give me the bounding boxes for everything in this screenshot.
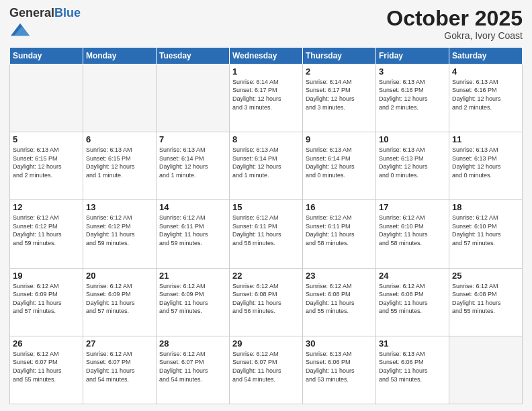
calendar: SundayMondayTuesdayWednesdayThursdayFrid… (9, 47, 523, 404)
day-number: 1 (232, 66, 300, 77)
location: Gokra, Ivory Coast (386, 30, 523, 41)
day-number: 19 (13, 271, 80, 281)
day-cell: 28Sunrise: 6:12 AM Sunset: 6:07 PM Dayli… (157, 336, 230, 404)
day-detail: Sunrise: 6:12 AM Sunset: 6:09 PM Dayligh… (13, 282, 80, 316)
day-number: 18 (452, 202, 519, 212)
day-detail: Sunrise: 6:12 AM Sunset: 6:08 PM Dayligh… (379, 282, 446, 316)
day-cell: 29Sunrise: 6:12 AM Sunset: 6:07 PM Dayli… (230, 336, 303, 404)
day-cell: 14Sunrise: 6:12 AM Sunset: 6:11 PM Dayli… (157, 200, 230, 268)
day-cell: 8Sunrise: 6:13 AM Sunset: 6:14 PM Daylig… (230, 132, 303, 200)
day-number: 16 (306, 202, 373, 212)
weekday-thursday: Thursday (303, 47, 376, 64)
day-detail: Sunrise: 6:14 AM Sunset: 6:17 PM Dayligh… (232, 78, 300, 111)
week-row-1: 1Sunrise: 6:14 AM Sunset: 6:17 PM Daylig… (10, 64, 523, 132)
day-detail: Sunrise: 6:12 AM Sunset: 6:12 PM Dayligh… (13, 214, 80, 247)
day-cell: 17Sunrise: 6:12 AM Sunset: 6:10 PM Dayli… (376, 200, 449, 268)
day-cell: 15Sunrise: 6:12 AM Sunset: 6:11 PM Dayli… (230, 200, 303, 268)
weekday-saturday: Saturday (449, 47, 523, 64)
logo-blue: Blue (54, 6, 81, 19)
day-detail: Sunrise: 6:12 AM Sunset: 6:10 PM Dayligh… (452, 214, 519, 247)
day-detail: Sunrise: 6:12 AM Sunset: 6:11 PM Dayligh… (159, 214, 226, 247)
day-number: 10 (379, 134, 446, 144)
day-number: 22 (232, 271, 300, 281)
day-number: 20 (86, 271, 153, 281)
day-detail: Sunrise: 6:12 AM Sunset: 6:11 PM Dayligh… (306, 214, 373, 247)
day-detail: Sunrise: 6:12 AM Sunset: 6:11 PM Dayligh… (232, 214, 300, 247)
day-detail: Sunrise: 6:12 AM Sunset: 6:07 PM Dayligh… (232, 350, 300, 383)
day-detail: Sunrise: 6:14 AM Sunset: 6:17 PM Dayligh… (306, 78, 373, 111)
day-detail: Sunrise: 6:12 AM Sunset: 6:10 PM Dayligh… (379, 214, 446, 247)
day-number: 5 (13, 134, 80, 144)
day-detail: Sunrise: 6:13 AM Sunset: 6:14 PM Dayligh… (306, 146, 373, 179)
day-number: 4 (452, 66, 519, 77)
day-number: 31 (379, 338, 446, 349)
day-detail: Sunrise: 6:13 AM Sunset: 6:13 PM Dayligh… (452, 146, 519, 179)
day-cell: 16Sunrise: 6:12 AM Sunset: 6:11 PM Dayli… (303, 200, 376, 268)
day-cell: 5Sunrise: 6:13 AM Sunset: 6:15 PM Daylig… (10, 132, 83, 200)
weekday-sunday: Sunday (10, 47, 83, 64)
day-number: 29 (232, 338, 300, 349)
day-number: 12 (13, 202, 80, 212)
day-detail: Sunrise: 6:12 AM Sunset: 6:07 PM Dayligh… (13, 350, 80, 383)
day-cell: 9Sunrise: 6:13 AM Sunset: 6:14 PM Daylig… (303, 132, 376, 200)
day-number: 17 (379, 202, 446, 212)
day-detail: Sunrise: 6:12 AM Sunset: 6:08 PM Dayligh… (306, 282, 373, 316)
weekday-friday: Friday (376, 47, 449, 64)
week-row-2: 5Sunrise: 6:13 AM Sunset: 6:15 PM Daylig… (10, 132, 523, 200)
day-detail: Sunrise: 6:13 AM Sunset: 6:13 PM Dayligh… (379, 146, 446, 179)
day-number: 3 (379, 66, 446, 77)
day-cell (10, 64, 83, 132)
day-number: 15 (232, 202, 300, 212)
day-cell: 13Sunrise: 6:12 AM Sunset: 6:12 PM Dayli… (83, 200, 157, 268)
day-cell: 1Sunrise: 6:14 AM Sunset: 6:17 PM Daylig… (230, 64, 303, 132)
day-cell (83, 64, 157, 132)
logo-general: General (9, 6, 54, 19)
day-detail: Sunrise: 6:12 AM Sunset: 6:08 PM Dayligh… (452, 282, 519, 316)
logo: GeneralBlue (9, 7, 81, 42)
day-number: 27 (86, 338, 153, 349)
day-number: 6 (86, 134, 153, 144)
day-number: 11 (452, 134, 519, 144)
day-number: 24 (379, 271, 446, 281)
day-cell: 31Sunrise: 6:13 AM Sunset: 6:06 PM Dayli… (376, 336, 449, 404)
day-number: 14 (159, 202, 226, 212)
day-number: 25 (452, 271, 519, 281)
day-detail: Sunrise: 6:13 AM Sunset: 6:06 PM Dayligh… (306, 350, 373, 383)
day-cell (449, 336, 523, 404)
day-number: 9 (306, 134, 373, 144)
day-cell: 18Sunrise: 6:12 AM Sunset: 6:10 PM Dayli… (449, 200, 523, 268)
day-number: 28 (159, 338, 226, 349)
day-cell: 3Sunrise: 6:13 AM Sunset: 6:16 PM Daylig… (376, 64, 449, 132)
title-block: October 2025 Gokra, Ivory Coast (386, 7, 523, 41)
day-detail: Sunrise: 6:13 AM Sunset: 6:14 PM Dayligh… (232, 146, 300, 179)
day-number: 8 (232, 134, 300, 144)
day-cell: 6Sunrise: 6:13 AM Sunset: 6:15 PM Daylig… (83, 132, 157, 200)
week-row-4: 19Sunrise: 6:12 AM Sunset: 6:09 PM Dayli… (10, 268, 523, 336)
week-row-5: 26Sunrise: 6:12 AM Sunset: 6:07 PM Dayli… (10, 336, 523, 404)
day-cell: 27Sunrise: 6:12 AM Sunset: 6:07 PM Dayli… (83, 336, 157, 404)
day-cell: 30Sunrise: 6:13 AM Sunset: 6:06 PM Dayli… (303, 336, 376, 404)
day-cell: 26Sunrise: 6:12 AM Sunset: 6:07 PM Dayli… (10, 336, 83, 404)
day-cell: 10Sunrise: 6:13 AM Sunset: 6:13 PM Dayli… (376, 132, 449, 200)
header: GeneralBlue October 2025 Gokra, Ivory Co… (9, 7, 523, 42)
day-cell: 7Sunrise: 6:13 AM Sunset: 6:14 PM Daylig… (157, 132, 230, 200)
day-cell: 25Sunrise: 6:12 AM Sunset: 6:08 PM Dayli… (449, 268, 523, 336)
day-detail: Sunrise: 6:13 AM Sunset: 6:06 PM Dayligh… (379, 350, 446, 383)
day-detail: Sunrise: 6:13 AM Sunset: 6:16 PM Dayligh… (379, 78, 446, 111)
day-cell: 24Sunrise: 6:12 AM Sunset: 6:08 PM Dayli… (376, 268, 449, 336)
month-title: October 2025 (386, 7, 523, 30)
calendar-body: 1Sunrise: 6:14 AM Sunset: 6:17 PM Daylig… (10, 64, 523, 404)
day-number: 7 (159, 134, 226, 144)
day-detail: Sunrise: 6:13 AM Sunset: 6:15 PM Dayligh… (86, 146, 153, 179)
day-detail: Sunrise: 6:12 AM Sunset: 6:12 PM Dayligh… (86, 214, 153, 247)
day-detail: Sunrise: 6:13 AM Sunset: 6:14 PM Dayligh… (159, 146, 226, 179)
week-row-3: 12Sunrise: 6:12 AM Sunset: 6:12 PM Dayli… (10, 200, 523, 268)
weekday-wednesday: Wednesday (230, 47, 303, 64)
day-cell: 12Sunrise: 6:12 AM Sunset: 6:12 PM Dayli… (10, 200, 83, 268)
day-cell: 20Sunrise: 6:12 AM Sunset: 6:09 PM Dayli… (83, 268, 157, 336)
day-cell: 11Sunrise: 6:13 AM Sunset: 6:13 PM Dayli… (449, 132, 523, 200)
day-cell: 2Sunrise: 6:14 AM Sunset: 6:17 PM Daylig… (303, 64, 376, 132)
logo-icon (11, 20, 30, 39)
day-number: 23 (306, 271, 373, 281)
day-number: 13 (86, 202, 153, 212)
